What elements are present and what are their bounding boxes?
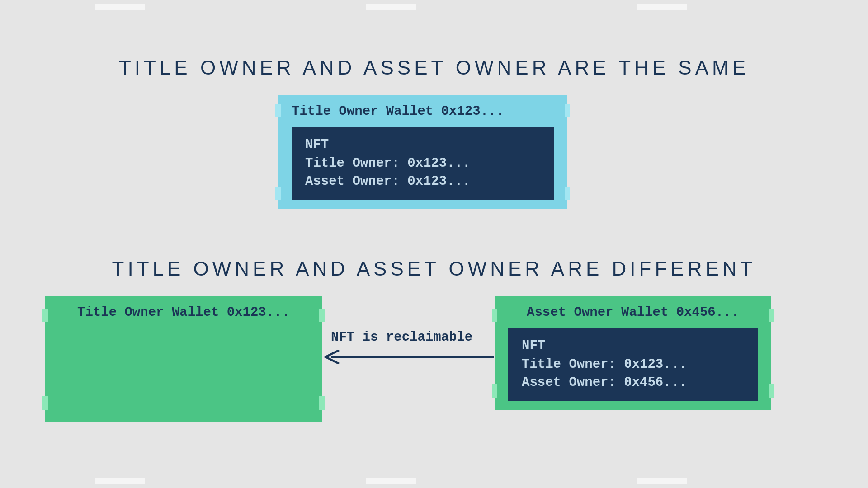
- corner-tick: [565, 104, 570, 117]
- corner-tick: [275, 187, 281, 200]
- wallet-title: Title Owner Wallet 0x123...: [292, 104, 554, 119]
- nft-name: NFT: [522, 337, 744, 356]
- heading-same: TITLE OWNER AND ASSET OWNER ARE THE SAME: [14, 56, 854, 79]
- corner-tick: [492, 384, 497, 398]
- frame-tick: [366, 4, 416, 10]
- frame-tick: [95, 4, 145, 10]
- reclaim-arrow-icon: [322, 350, 495, 364]
- nft-asset-owner: Asset Owner: 0x456...: [522, 374, 744, 392]
- nft-asset-owner: Asset Owner: 0x123...: [305, 173, 540, 191]
- arrow-label: NFT is reclaimable: [331, 330, 472, 345]
- wallet-title: Asset Owner Wallet 0x456...: [508, 305, 758, 320]
- frame-tick: [637, 478, 687, 484]
- corner-tick: [275, 104, 281, 117]
- corner-tick: [319, 309, 325, 322]
- corner-tick: [769, 384, 774, 398]
- heading-diff: TITLE OWNER AND ASSET OWNER ARE DIFFEREN…: [14, 258, 854, 280]
- nft-title-owner: Title Owner: 0x123...: [522, 356, 744, 374]
- corner-tick: [492, 309, 497, 322]
- asset-owner-wallet-panel-diff: Asset Owner Wallet 0x456... NFT Title Ow…: [495, 296, 771, 410]
- nft-title-owner: Title Owner: 0x123...: [305, 155, 540, 173]
- frame-tick: [637, 4, 687, 10]
- corner-tick: [769, 309, 774, 322]
- wallet-title: Title Owner Wallet 0x123...: [59, 305, 308, 320]
- title-owner-wallet-panel-same: Title Owner Wallet 0x123... NFT Title Ow…: [278, 95, 567, 209]
- nft-name: NFT: [305, 136, 540, 155]
- corner-tick: [42, 309, 48, 322]
- corner-tick: [42, 396, 48, 410]
- diagram-canvas: TITLE OWNER AND ASSET OWNER ARE THE SAME…: [14, 14, 854, 474]
- nft-box: NFT Title Owner: 0x123... Asset Owner: 0…: [292, 127, 554, 200]
- title-owner-wallet-panel-diff: Title Owner Wallet 0x123...: [45, 296, 322, 422]
- frame-tick: [95, 478, 145, 484]
- nft-box: NFT Title Owner: 0x123... Asset Owner: 0…: [508, 328, 758, 401]
- corner-tick: [319, 396, 325, 410]
- frame-tick: [366, 478, 416, 484]
- corner-tick: [565, 187, 570, 200]
